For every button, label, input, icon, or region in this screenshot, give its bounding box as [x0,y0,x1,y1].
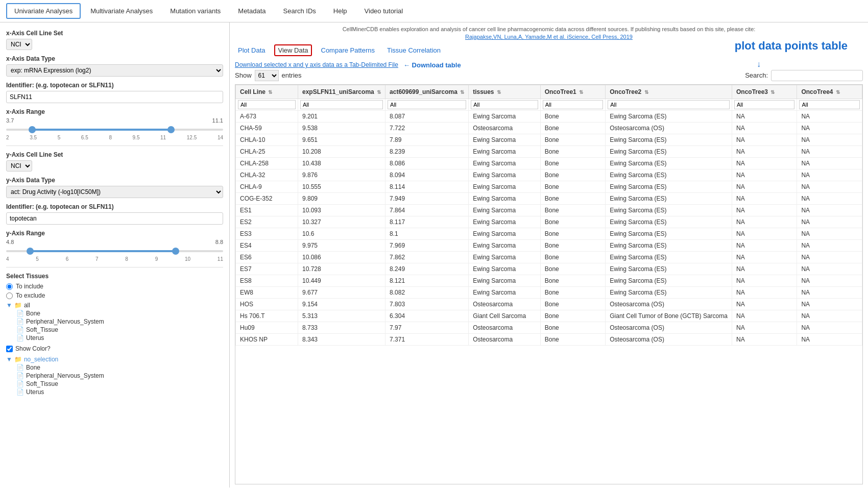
tree-soft-item[interactable]: 📄 Soft_Tissue [16,326,223,334]
download-link[interactable]: Download selected x and y axis data as a… [235,61,398,68]
tree2-pns-item[interactable]: 📄 Peripheral_Nervous_System [16,372,223,380]
col-oncotree4[interactable]: OncoTree4 ⇅ [797,85,862,99]
filter-act[interactable] [388,100,466,109]
nav-item-help[interactable]: Help [326,4,355,18]
tree-leaf-icon2: 📄 [16,318,24,325]
tree-uterus-label: Uterus [26,334,44,341]
nav-item-multivariate-analyses[interactable]: Multivariate Analyses [83,4,160,18]
to-include-row: To include [6,283,223,290]
filter-exp[interactable] [300,100,383,109]
nav-item-video-tutorial[interactable]: Video tutorial [357,4,411,18]
nav-item-univariate-analyses[interactable]: Univariate Analyses [6,3,81,19]
tree-all-item[interactable]: ▼ 📁 all [6,301,223,309]
tree-leaf-icon3: 📄 [16,326,24,333]
filter-onco4[interactable] [799,100,860,109]
col-exp-slfn11[interactable]: expSLFN11_uniSarcoma ⇅ [298,85,385,99]
x-axis-data-type-label: x-Axis Data Type [6,55,223,62]
table-header-row: Cell Line ⇅ expSLFN11_uniSarcoma ⇅ act60… [236,85,862,99]
main-layout: x-Axis Cell Line Set NCI x-Axis Data Typ… [0,22,868,487]
nav-item-metadata[interactable]: Metadata [230,4,273,18]
tab-view-data[interactable]: View Data [274,44,311,56]
x-identifier-row: Identifier: (e.g. topotecan or SLFN11) [6,82,223,103]
filter-tissues[interactable] [471,100,538,109]
tree2-leaf-icon4: 📄 [16,388,24,396]
tree-folder-icon: 📁 [14,302,22,309]
sort-icon-onco1: ⇅ [579,89,583,95]
x-identifier-input[interactable] [6,91,223,103]
x-range-left: 3.7 [6,117,14,124]
x-axis-range-row: x-Axis Range 3.7 11.1 2 3.5 5 6.5 8 9.5 … [6,108,223,140]
table-row: ES49.9757.969Ewing SarcomaBoneEwing Sarc… [236,239,862,251]
tree2-leaf-icon: 📄 [16,364,24,371]
data-table: Cell Line ⇅ expSLFN11_uniSarcoma ⇅ act60… [235,85,862,346]
show-entries-group: Show 61 10 25 50 100 entries [235,70,302,81]
x-axis-cell-line-set-select[interactable]: NCI [6,39,32,50]
tree2-bone-item[interactable]: 📄 Bone [16,363,223,372]
select-tissues-title: Select Tissues [6,273,223,280]
to-exclude-radio[interactable] [6,292,13,299]
entries-select[interactable]: 61 10 25 50 100 [255,70,279,81]
x-slider-fill [32,129,171,131]
tree-uterus-item[interactable]: 📄 Uterus [16,334,223,342]
tree-no-selection-item[interactable]: ▼ 📁 no_selection [6,355,223,363]
y-slider-fill [30,250,176,252]
x-slider-left-thumb[interactable] [29,126,36,133]
y-slider-left-thumb[interactable] [27,248,34,255]
col-oncotree3[interactable]: OncoTree3 ⇅ [732,85,797,99]
nav-item-search-ids[interactable]: Search IDs [276,4,324,18]
col-oncotree2[interactable]: OncoTree2 ⇅ [606,85,732,99]
show-color-checkbox[interactable] [6,346,13,352]
table-search-input[interactable] [771,70,863,81]
citation-text: CellMinerCDB enables exploration and ana… [343,26,756,32]
tree2-leaf-icon3: 📄 [16,380,24,387]
filter-onco1[interactable] [543,100,603,109]
filter-cell-line[interactable] [238,100,296,109]
citation-link[interactable]: Rajapakse,VN, Luna,A, Yamade,M et al. iS… [465,34,633,40]
table-row: KHOS NP8.3437.371OsteosarcomaBoneOsteosa… [236,333,862,345]
download-row: Download selected x and y axis data as a… [235,61,863,69]
x-axis-data-type-row: x-Axis Data Type exp: mRNA Expression (l… [6,55,223,77]
to-exclude-row: To exclude [6,292,223,299]
sort-icon-onco2: ⇅ [644,89,648,95]
tree-pns-item[interactable]: 📄 Peripheral_Nervous_System [16,318,223,326]
col-cell-line[interactable]: Cell Line ⇅ [236,85,298,99]
table-row: HOS9.1547.803OsteosarcomaBoneOsteosarcom… [236,298,862,310]
sort-icon-onco4: ⇅ [836,89,840,95]
to-include-label: To include [16,283,43,290]
y-axis-data-type-select[interactable]: act: Drug Activity (-log10[IC50M]) [6,186,223,198]
sort-icon-tissues: ⇅ [497,89,501,95]
left-panel: x-Axis Cell Line Set NCI x-Axis Data Typ… [0,22,230,487]
tree2-uterus-item[interactable]: 📄 Uterus [16,388,223,396]
x-range-slider[interactable] [6,125,223,135]
table-row: CHLA-329.8768.094Ewing SarcomaBoneEwing … [236,169,862,181]
table-row: CHLA-109.6517.89Ewing SarcomaBoneEwing S… [236,134,862,145]
plot-data-points-annotation: plot data points table [735,39,848,53]
tree-all-label: all [24,302,30,309]
tab-tissue-correlation[interactable]: Tissue Correlation [384,45,444,56]
to-include-radio[interactable] [6,283,13,290]
filter-onco3[interactable] [734,100,794,109]
table-row: ES110.0937.864Ewing SarcomaBoneEwing Sar… [236,204,862,216]
tab-plot-data[interactable]: Plot Data [235,45,268,56]
y-axis-cell-line-set-select[interactable]: NCI [6,160,32,172]
y-range-slider[interactable] [6,246,223,256]
download-arrow: ← Download table [403,61,461,69]
tab-compare-patterns[interactable]: Compare Patterns [318,45,378,56]
table-row: ES710.7288.249Ewing SarcomaBoneEwing Sar… [236,263,862,275]
col-oncotree1[interactable]: OncoTree1 ⇅ [540,85,605,99]
x-axis-data-type-select[interactable]: exp: mRNA Expression (log2) [6,64,223,77]
table-filter-row [236,99,862,110]
annotation-down-arrow: ↓ [757,60,761,69]
col-act609699[interactable]: act609699_uniSarcoma ⇅ [385,85,469,99]
tree-bone-item[interactable]: 📄 Bone [16,309,223,318]
filter-onco2[interactable] [608,100,730,109]
tree2-pns-label: Peripheral_Nervous_System [26,372,104,379]
tree2-soft-item[interactable]: 📄 Soft_Tissue [16,380,223,388]
x-slider-right-thumb[interactable] [167,126,175,133]
tree2-leaf-icon2: 📄 [16,372,24,379]
nav-item-mutation-variants[interactable]: Mutation variants [162,4,228,18]
y-identifier-input[interactable] [6,212,223,225]
col-tissues[interactable]: tissues ⇅ [469,85,541,99]
show-color-label: Show Color? [15,345,51,352]
y-slider-right-thumb[interactable] [172,248,179,255]
